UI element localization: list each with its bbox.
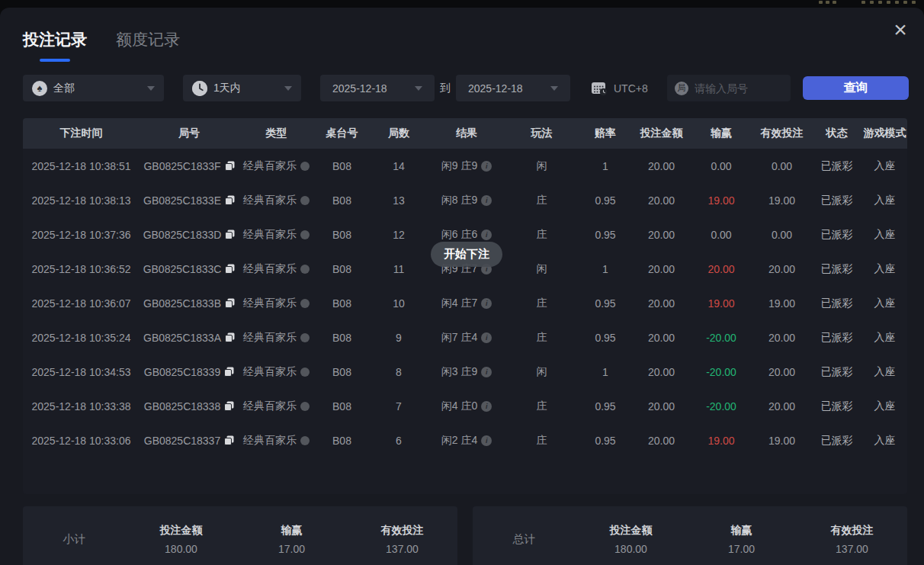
copy-icon[interactable] (225, 264, 235, 274)
game-type-dropdown[interactable]: ♠ 全部 (23, 75, 164, 101)
header-game-mode: 游戏模式 (862, 118, 907, 149)
cell-game-mode: 入座 (862, 252, 907, 286)
cell-valid-bet: 0.00 (752, 149, 811, 183)
background-artifact-dots (0, 0, 924, 8)
cell-valid-bet: 19.00 (752, 286, 811, 320)
summary-column-value: 137.00 (797, 543, 907, 555)
total-win-loss: 输赢 17.00 (686, 524, 797, 555)
date-to-picker[interactable]: 2025-12-18 (456, 75, 570, 101)
cell-bet-amount: 20.00 (633, 183, 690, 217)
cell-game-type: 经典百家乐 (239, 149, 314, 183)
info-icon[interactable]: i (481, 195, 492, 206)
cell-play: 闲 (505, 252, 578, 286)
cell-valid-bet: 20.00 (752, 389, 811, 423)
game-type-icon (300, 368, 310, 377)
time-range-value: 1天内 (213, 82, 241, 95)
date-from-picker[interactable]: 2025-12-18 (320, 75, 435, 101)
info-icon[interactable]: i (481, 367, 492, 377)
cell-table-no: B08 (314, 320, 370, 355)
table-row: 2025-12-18 10:33:38 GB0825C18338 经典百家乐 B… (23, 389, 907, 423)
game-type-text: 经典百家乐 (243, 331, 297, 345)
info-icon[interactable]: i (481, 332, 492, 343)
cell-table-no: B08 (314, 149, 370, 183)
cell-bet-time: 2025-12-18 10:35:24 (23, 320, 140, 355)
cell-bet-amount: 20.00 (633, 217, 690, 252)
cell-round-count: 11 (370, 252, 428, 286)
copy-icon[interactable] (225, 332, 235, 342)
cell-win-loss: -20.00 (690, 389, 752, 423)
summary-column-value: 17.00 (236, 543, 347, 555)
cell-odds: 1 (578, 355, 633, 389)
info-icon[interactable]: i (481, 401, 492, 412)
cell-bet-amount: 20.00 (633, 389, 690, 423)
game-type-text: 经典百家乐 (243, 434, 297, 448)
cell-bet-time: 2025-12-18 10:37:36 (23, 217, 140, 252)
cell-result: 闲8 庄9 i (428, 183, 505, 217)
header-win-loss: 输赢 (690, 118, 752, 149)
game-type-icon (300, 162, 310, 171)
cell-round-id: GB0825C1833F (140, 149, 239, 183)
cell-game-mode: 入座 (862, 389, 907, 423)
info-icon[interactable]: i (481, 161, 492, 172)
info-icon[interactable]: i (481, 230, 492, 240)
round-id-text: GB0825C18337 (144, 435, 220, 447)
copy-icon[interactable] (225, 230, 235, 239)
round-id-text: GB0825C18338 (144, 400, 220, 413)
cell-valid-bet: 19.00 (752, 183, 811, 217)
cell-result: 闲3 庄9 i (428, 355, 505, 389)
cell-game-type: 经典百家乐 (239, 286, 314, 320)
cell-round-id: GB0825C1833D (140, 217, 239, 252)
header-round-count: 局数 (370, 118, 428, 149)
cell-valid-bet: 20.00 (752, 355, 811, 389)
summary-column-label: 投注金额 (576, 524, 686, 538)
cell-game-mode: 入座 (862, 286, 907, 320)
cell-win-loss: 0.00 (690, 149, 752, 183)
chevron-down-icon (147, 86, 155, 91)
cell-round-count: 8 (370, 355, 428, 389)
summary-column-value: 137.00 (347, 543, 457, 555)
round-id-text: GB0825C1833F (143, 160, 220, 172)
tab-betting-records[interactable]: 投注记录 (23, 29, 87, 62)
tab-quota-records[interactable]: 额度记录 (116, 29, 180, 62)
copy-icon[interactable] (224, 401, 234, 411)
date-range-to-label: 到 (440, 75, 451, 101)
subtotal-label: 小计 (23, 532, 126, 547)
game-type-icon (300, 436, 310, 445)
game-type-icon (300, 230, 310, 239)
copy-icon[interactable] (224, 367, 234, 377)
cell-play: 闲 (505, 149, 578, 183)
time-range-dropdown[interactable]: 1天内 (183, 75, 301, 101)
copy-icon[interactable] (225, 161, 235, 171)
game-type-text: 经典百家乐 (243, 297, 297, 310)
chevron-down-icon (415, 86, 422, 91)
close-icon[interactable]: × (889, 18, 912, 41)
table-row: 2025-12-18 10:36:07 GB0825C1833B 经典百家乐 B… (23, 286, 907, 320)
round-id-input[interactable] (695, 82, 783, 95)
cell-round-id: GB0825C18337 (140, 423, 239, 457)
copy-icon[interactable] (225, 195, 235, 205)
query-button[interactable]: 查询 (803, 76, 909, 100)
copy-icon[interactable] (224, 435, 234, 445)
cell-odds: 0.95 (578, 217, 633, 252)
round-id-input-box[interactable]: 局 (667, 75, 791, 101)
info-icon[interactable]: i (481, 435, 492, 446)
cell-game-type: 经典百家乐 (239, 355, 314, 389)
cell-result: 闲4 庄0 i (428, 389, 505, 423)
cell-bet-amount: 20.00 (633, 355, 690, 389)
game-type-text: 经典百家乐 (243, 159, 297, 173)
summary-column-label: 有效投注 (797, 524, 907, 538)
info-icon[interactable]: i (481, 298, 492, 309)
cell-game-type: 经典百家乐 (239, 183, 314, 217)
cell-status: 已派彩 (811, 183, 862, 217)
cell-bet-amount: 20.00 (633, 252, 690, 286)
cell-game-type: 经典百家乐 (239, 217, 314, 252)
cell-status: 已派彩 (811, 149, 862, 183)
cell-round-count: 13 (370, 183, 428, 217)
result-text: 闲6 庄6 (441, 228, 477, 242)
cell-game-mode: 入座 (862, 320, 907, 355)
cell-table-no: B08 (314, 286, 370, 320)
table-row: 2025-12-18 10:38:13 GB0825C1833E 经典百家乐 B… (23, 183, 907, 217)
chevron-down-icon (284, 86, 292, 91)
copy-icon[interactable] (225, 298, 235, 308)
summary-column-value: 17.00 (686, 543, 797, 555)
